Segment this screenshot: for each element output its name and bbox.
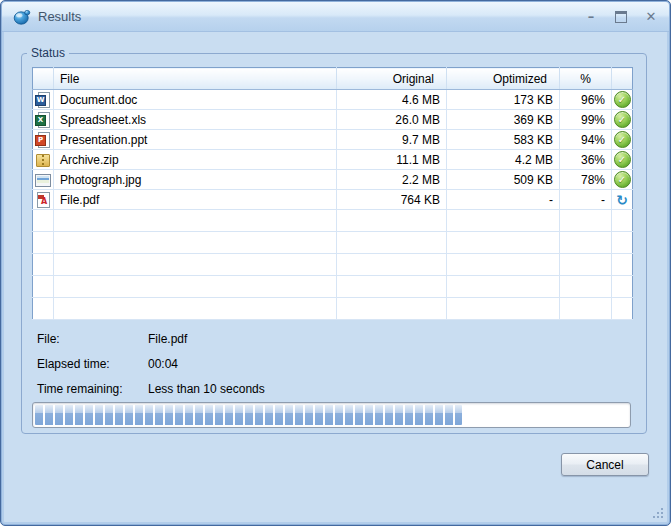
word-document-icon [35,92,51,108]
table-row-empty[interactable] [33,210,633,232]
progress-fill [35,405,462,425]
elapsed-time-label: Elapsed time: [37,357,148,371]
sync-icon [615,192,630,207]
column-header-original[interactable]: Original [337,68,447,90]
powerpoint-presentation-icon [35,132,51,148]
table-row-empty[interactable] [33,276,633,298]
table-row[interactable]: Document.doc 4.6 MB 173 KB 96% [33,90,633,110]
file-value: File.pdf [148,332,187,346]
check-icon [614,111,631,128]
window-title: Results [38,9,81,24]
table-row[interactable]: Presentation.ppt 9.7 MB 583 KB 94% [33,130,633,150]
check-icon [614,131,631,148]
table-row[interactable]: Spreadsheet.xls 26.0 MB 369 KB 99% [33,110,633,130]
time-remaining-value: Less than 10 seconds [148,382,265,396]
maximize-icon [615,11,627,23]
close-button[interactable]: ✕ [643,9,659,25]
excel-spreadsheet-icon [35,112,51,128]
file-label: File: [37,332,148,346]
column-header-status[interactable] [612,68,633,90]
resize-grip-icon[interactable] [651,506,663,518]
check-icon [614,91,631,108]
results-window: Results – ✕ Status File Original Optimiz… [0,0,671,526]
jpeg-image-icon [35,172,51,188]
table-row-empty[interactable] [33,254,633,276]
app-logo-icon [13,8,31,26]
column-header-percent[interactable]: % [560,68,612,90]
progress-bar [32,402,631,428]
results-table-body: Document.doc 4.6 MB 173 KB 96% Spreadshe… [33,90,633,320]
table-row[interactable]: File.pdf 764 KB - - [33,190,633,210]
maximize-button[interactable] [613,9,629,25]
table-row-empty[interactable] [33,232,633,254]
check-icon [614,151,631,168]
results-table: File Original Optimized % Document.doc 4… [32,67,633,320]
pdf-document-icon [35,192,51,208]
minimize-button[interactable]: – [583,9,599,25]
table-header-row: File Original Optimized % [33,68,633,90]
time-remaining-label: Time remaining: [37,382,148,396]
status-groupbox-label: Status [27,46,69,60]
elapsed-time-row: Elapsed time: 00:04 [37,357,178,371]
cancel-button[interactable]: Cancel [561,453,649,476]
check-icon [614,171,631,188]
current-file-row: File: File.pdf [37,332,187,346]
table-row[interactable]: Archive.zip 11.1 MB 4.2 MB 36% [33,150,633,170]
time-remaining-row: Time remaining: Less than 10 seconds [37,382,265,396]
table-row-empty[interactable] [33,298,633,320]
title-bar[interactable]: Results – ✕ [2,2,669,32]
elapsed-time-value: 00:04 [148,357,178,371]
column-header-icon[interactable] [33,68,54,90]
column-header-file[interactable]: File [54,68,337,90]
column-header-optimized[interactable]: Optimized [447,68,560,90]
table-row[interactable]: Photograph.jpg 2.2 MB 509 KB 78% [33,170,633,190]
zip-archive-icon [35,152,51,168]
